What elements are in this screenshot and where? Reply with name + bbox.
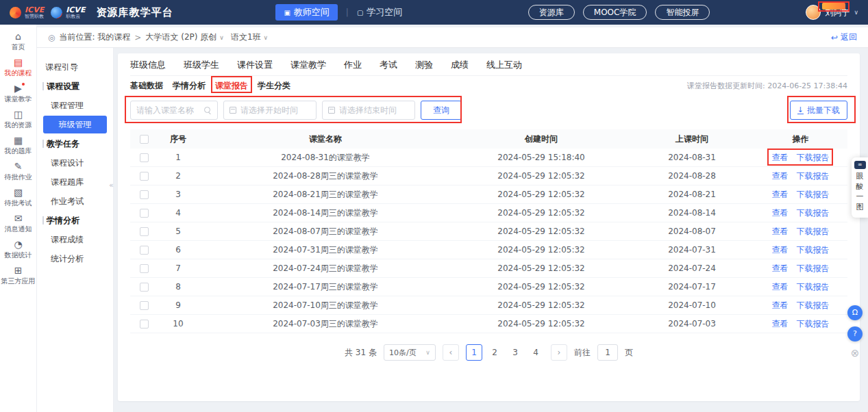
select-all-checkbox[interactable] <box>140 135 149 144</box>
primary-tab[interactable]: 班级学生 <box>184 59 219 71</box>
download-report-link[interactable]: 下载报告 <box>797 300 830 311</box>
row-checkbox-cell <box>130 209 158 218</box>
row-classroom-name: 2024-08-31的课堂教学 <box>199 152 452 164</box>
primary-tab[interactable]: 课件设置 <box>237 59 273 71</box>
view-link[interactable]: 查看 <box>772 263 789 274</box>
view-link[interactable]: 查看 <box>772 207 789 219</box>
download-report-link[interactable]: 下载报告 <box>797 226 830 237</box>
page-number-button[interactable]: 4 <box>528 344 544 361</box>
collapse-float-button[interactable]: ⊗ <box>851 348 860 359</box>
menu-item[interactable]: 学情分析 <box>37 211 113 230</box>
primary-tab[interactable]: 作业 <box>344 59 362 71</box>
help-float-button[interactable]: ? <box>847 326 863 342</box>
row-checkbox[interactable] <box>140 264 149 273</box>
end-time-input[interactable] <box>339 105 409 115</box>
row-checkbox[interactable] <box>140 153 149 162</box>
start-time-input[interactable] <box>240 105 310 115</box>
view-link[interactable]: 查看 <box>772 244 789 256</box>
row-checkbox[interactable] <box>140 246 149 255</box>
row-checkbox[interactable] <box>140 172 149 181</box>
menu-item[interactable]: 统计分析 <box>37 249 113 268</box>
primary-tab[interactable]: 测验 <box>415 59 433 71</box>
menu-item[interactable]: 班级管理 <box>43 116 107 133</box>
breadcrumb-course-dropdown[interactable]: 大学语文 (2P) 原创 ∨ <box>145 31 223 43</box>
side-eye-widget[interactable]: ∞ 眼酸一图 <box>852 157 868 218</box>
user-avatar[interactable] <box>806 5 821 20</box>
download-report-link[interactable]: 下载报告 <box>797 244 830 256</box>
teacher-space-button[interactable]: ▣ 教师空间 <box>275 4 337 21</box>
sidebar-rail-item[interactable]: ▦ 我的题库 <box>0 136 36 155</box>
primary-tab[interactable]: 课堂教学 <box>290 59 326 71</box>
logo-icve-primary[interactable]: ICVE 智慧职教 <box>10 6 44 19</box>
back-button[interactable]: ↩ 返回 <box>831 31 857 43</box>
download-report-link[interactable]: 下载报告 <box>797 318 830 330</box>
goto-page-input[interactable] <box>597 344 618 361</box>
primary-tab[interactable]: 线上互动 <box>486 59 522 71</box>
next-page-button[interactable]: › <box>551 344 567 361</box>
menu-item[interactable]: 课程设置 <box>37 77 113 96</box>
page-number-button[interactable]: 3 <box>507 344 523 361</box>
menu-item[interactable]: 课程成绩 <box>37 230 113 249</box>
menu-item[interactable]: 课程题库 <box>37 172 113 192</box>
sidebar-rail-item[interactable]: ▤ 我的课程 <box>0 57 36 77</box>
menu-item[interactable]: 教学任务 <box>37 134 113 153</box>
page-size-select[interactable]: 10条/页 ∨ <box>384 344 436 361</box>
page-number-button[interactable]: 1 <box>466 344 482 361</box>
view-link[interactable]: 查看 <box>772 300 789 311</box>
sidebar-rail-item[interactable]: ⊞ 第三方应用 <box>0 266 36 285</box>
batch-download-button[interactable]: ↓ 批量下载 <box>790 101 847 120</box>
secondary-tab[interactable]: 学生分类 <box>258 80 290 92</box>
row-checkbox[interactable] <box>140 283 149 292</box>
secondary-tab[interactable]: 基础数据 <box>130 80 163 92</box>
download-report-link[interactable]: 下载报告 <box>797 207 830 219</box>
row-no: 8 <box>158 282 199 292</box>
header-pill-link[interactable]: 资源库 <box>528 5 575 20</box>
row-checkbox[interactable] <box>140 320 149 329</box>
menu-item[interactable]: 课程管理 <box>37 96 113 115</box>
breadcrumb-class-dropdown[interactable]: 语文1班 ∨ <box>231 31 268 43</box>
menu-item[interactable]: 课程引导 <box>37 57 113 77</box>
promo-badge-icon[interactable] <box>822 3 845 10</box>
header-pill-link[interactable]: MOOC学院 <box>583 5 647 20</box>
row-class-time: 2024-08-21 <box>630 190 754 199</box>
secondary-tab[interactable]: 课堂报告 <box>215 80 248 92</box>
view-link[interactable]: 查看 <box>772 170 789 182</box>
row-checkbox[interactable] <box>140 209 149 218</box>
row-checkbox[interactable] <box>140 190 149 199</box>
row-ops-cell: 查看 下载报告 <box>754 263 847 274</box>
menu-item[interactable]: 课程设计 <box>37 153 113 172</box>
classroom-name-input[interactable] <box>136 105 200 115</box>
primary-tab[interactable]: 班级信息 <box>130 59 166 71</box>
view-link[interactable]: 查看 <box>772 189 789 201</box>
primary-tab[interactable]: 成绩 <box>451 59 469 71</box>
sidebar-rail-item[interactable]: ✎ 待批作业 <box>0 162 36 181</box>
header-pill-link[interactable]: 智能投屏 <box>655 5 710 20</box>
download-report-link[interactable]: 下载报告 <box>797 263 830 274</box>
prev-page-button[interactable]: ‹ <box>443 344 459 361</box>
view-link[interactable]: 查看 <box>772 318 789 330</box>
menu-item[interactable]: 作业考试 <box>37 192 113 211</box>
download-report-link[interactable]: 下载报告 <box>797 170 830 182</box>
primary-tab[interactable]: 考试 <box>380 59 397 71</box>
sidebar-rail-item[interactable]: ▧ 待批考试 <box>0 188 36 207</box>
support-float-button[interactable]: Ω <box>847 305 863 320</box>
download-report-link[interactable]: 下载报告 <box>797 152 830 164</box>
sidebar-rail-item[interactable]: ▶ 课堂教学 <box>0 83 36 103</box>
secondary-tab[interactable]: 学情分析 <box>173 80 206 92</box>
download-report-link[interactable]: 下载报告 <box>797 281 830 293</box>
page-number-button[interactable]: 2 <box>486 344 503 361</box>
sidebar-rail-item[interactable]: ◫ 我的资源 <box>0 110 36 129</box>
learning-space-link[interactable]: ▢ 学习空间 <box>357 6 402 18</box>
logo-icve-cloud[interactable]: ICVE 职教云 <box>51 6 85 19</box>
query-button[interactable]: 查询 <box>421 101 462 120</box>
sidebar-rail-item[interactable]: ✉ 消息通知 <box>0 214 36 233</box>
row-checkbox[interactable] <box>140 227 149 236</box>
row-checkbox[interactable] <box>140 301 149 310</box>
view-link[interactable]: 查看 <box>772 281 789 293</box>
sidebar-rail-item[interactable]: ⌂ 首页 <box>0 31 36 51</box>
menu-collapse-handle[interactable]: « <box>109 181 114 190</box>
view-link[interactable]: 查看 <box>772 152 789 164</box>
view-link[interactable]: 查看 <box>772 226 789 237</box>
download-report-link[interactable]: 下载报告 <box>797 189 830 201</box>
sidebar-rail-item[interactable]: ◔ 数据统计 <box>0 240 36 259</box>
